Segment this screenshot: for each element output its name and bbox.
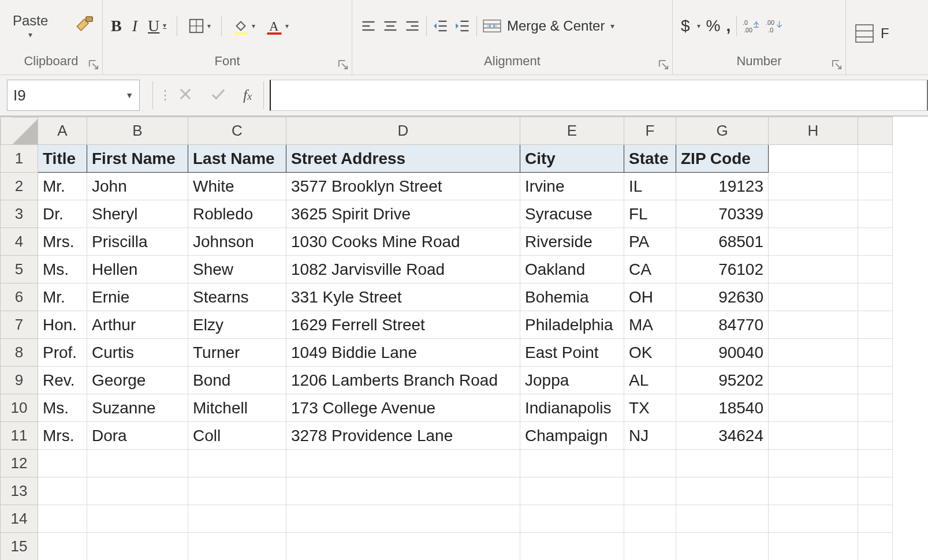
cell[interactable] — [520, 477, 624, 505]
cell[interactable] — [38, 450, 87, 477]
cell[interactable]: 34624 — [676, 422, 769, 450]
cell[interactable] — [188, 450, 286, 477]
column-header-F[interactable]: F — [624, 117, 676, 145]
formula-input[interactable] — [270, 80, 928, 111]
cell[interactable] — [87, 477, 188, 505]
increase-indent-button[interactable] — [454, 18, 471, 34]
row-header-1[interactable]: 1 — [1, 145, 38, 173]
cancel-formula-button[interactable] — [177, 86, 193, 104]
enter-formula-button[interactable] — [210, 85, 227, 105]
cell[interactable] — [87, 533, 188, 561]
row-header-11[interactable]: 11 — [1, 422, 38, 450]
cell[interactable] — [769, 450, 858, 477]
cell[interactable]: Bond — [188, 367, 286, 394]
font-dialog-launcher-icon[interactable] — [338, 58, 348, 69]
row-header-2[interactable]: 2 — [1, 173, 38, 200]
cell[interactable]: Hon. — [38, 311, 87, 339]
cell[interactable] — [188, 477, 286, 505]
cell[interactable]: FL — [624, 200, 676, 228]
cell[interactable] — [769, 173, 858, 200]
cell[interactable] — [286, 450, 520, 477]
cell[interactable]: Arthur — [87, 311, 188, 339]
cell[interactable] — [858, 533, 893, 561]
cell[interactable] — [769, 200, 858, 228]
cell[interactable]: Ernie — [87, 283, 188, 311]
cell[interactable] — [520, 450, 624, 477]
cell[interactable]: Suzanne — [87, 394, 188, 422]
header-cell[interactable]: Last Name — [188, 145, 286, 173]
row-header-15[interactable]: 15 — [1, 533, 38, 561]
cell[interactable]: Ms. — [38, 256, 87, 283]
cell[interactable] — [769, 367, 858, 394]
font-color-button[interactable]: A ▾ — [266, 17, 289, 35]
header-cell[interactable]: City — [520, 145, 624, 173]
cell[interactable]: 92630 — [676, 283, 769, 311]
cell[interactable] — [769, 533, 858, 561]
fill-color-button[interactable]: ▾ — [232, 17, 255, 35]
cell[interactable] — [769, 283, 858, 311]
cell[interactable]: Curtis — [87, 339, 188, 367]
column-header-B[interactable]: B — [87, 117, 188, 145]
header-cell[interactable]: Title — [38, 145, 87, 173]
align-left-button[interactable] — [360, 18, 377, 34]
cell[interactable]: 3625 Spirit Drive — [286, 200, 520, 228]
cell[interactable]: Rev. — [38, 367, 87, 394]
cell[interactable] — [624, 533, 676, 561]
cell[interactable]: Indianapolis — [520, 394, 624, 422]
align-center-button[interactable] — [382, 18, 398, 34]
cell[interactable]: 3577 Brooklyn Street — [286, 173, 520, 200]
cell[interactable] — [286, 533, 520, 561]
cell[interactable] — [858, 505, 893, 533]
cell[interactable]: Dr. — [38, 200, 87, 228]
cell[interactable] — [520, 505, 624, 533]
column-header-partial[interactable] — [858, 117, 893, 145]
cell[interactable] — [188, 505, 286, 533]
paste-button[interactable]: Paste — [13, 13, 48, 29]
paste-dropdown[interactable]: ▾ — [28, 30, 32, 39]
cell[interactable]: MA — [624, 311, 676, 339]
cell[interactable]: Bohemia — [520, 283, 624, 311]
cell[interactable]: Champaign — [520, 422, 624, 450]
row-header-13[interactable]: 13 — [1, 477, 38, 505]
align-right-button[interactable] — [404, 18, 420, 34]
column-header-H[interactable]: H — [769, 117, 858, 145]
cell[interactable]: Irvine — [520, 173, 624, 200]
cell[interactable]: PA — [624, 228, 676, 256]
cell[interactable] — [858, 367, 893, 394]
cell[interactable] — [858, 422, 893, 450]
cell[interactable]: 1030 Cooks Mine Road — [286, 228, 520, 256]
column-header-C[interactable]: C — [188, 117, 286, 145]
row-header-14[interactable]: 14 — [1, 505, 38, 533]
conditional-formatting-icon[interactable] — [854, 23, 875, 44]
cell[interactable]: Sheryl — [87, 200, 188, 228]
cell[interactable]: Priscilla — [87, 228, 188, 256]
cell[interactable]: TX — [624, 394, 676, 422]
cell[interactable]: 70339 — [676, 200, 769, 228]
cell[interactable]: Hellen — [87, 256, 188, 283]
cell[interactable]: Riverside — [520, 228, 624, 256]
cell[interactable]: OK — [624, 339, 676, 367]
cell[interactable]: Mr. — [38, 173, 87, 200]
cell[interactable]: Mrs. — [38, 228, 87, 256]
cell[interactable] — [624, 477, 676, 505]
header-cell[interactable]: First Name — [87, 145, 188, 173]
cell[interactable] — [676, 533, 769, 561]
currency-format-button[interactable]: $▾ — [681, 17, 700, 35]
cell[interactable]: 173 College Avenue — [286, 394, 520, 422]
header-cell[interactable]: ZIP Code — [676, 145, 769, 173]
cell[interactable] — [286, 477, 520, 505]
cell[interactable] — [769, 422, 858, 450]
cell[interactable] — [769, 394, 858, 422]
cell[interactable]: 76102 — [676, 256, 769, 283]
comma-format-button[interactable]: , — [726, 17, 731, 35]
cell[interactable]: John — [87, 173, 188, 200]
cell[interactable]: Johnson — [188, 228, 286, 256]
insert-function-button[interactable]: fx — [243, 87, 252, 104]
cell[interactable]: Mitchell — [188, 394, 286, 422]
cell[interactable] — [676, 505, 769, 533]
cell[interactable] — [624, 505, 676, 533]
clipboard-dialog-launcher-icon[interactable] — [88, 58, 99, 69]
cell[interactable]: Shew — [188, 256, 286, 283]
row-header-4[interactable]: 4 — [1, 228, 38, 256]
cell[interactable]: 1082 Jarvisville Road — [286, 256, 520, 283]
